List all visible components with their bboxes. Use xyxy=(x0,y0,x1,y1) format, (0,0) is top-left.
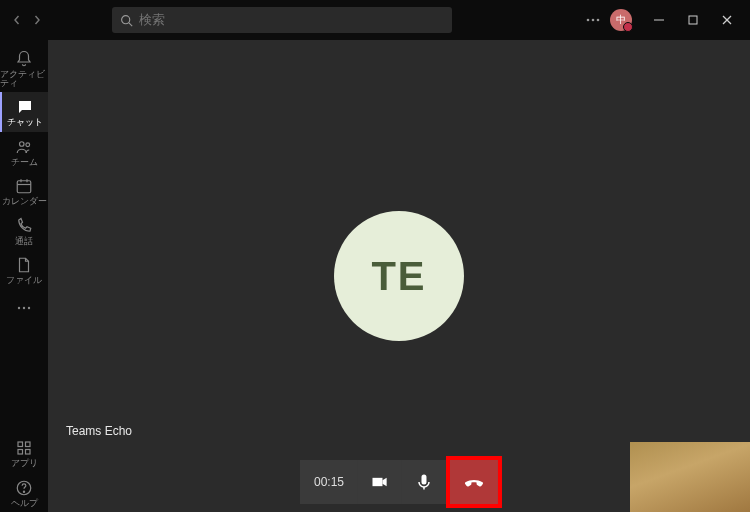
sidebar-item-calendar[interactable]: カレンダー xyxy=(0,171,48,211)
svg-point-3 xyxy=(592,19,595,22)
maximize-icon xyxy=(688,15,698,25)
svg-point-10 xyxy=(26,142,30,146)
sidebar-item-label: カレンダー xyxy=(2,197,47,206)
hangup-button[interactable] xyxy=(450,460,498,504)
avatar-initial: 中 xyxy=(616,13,626,27)
file-icon xyxy=(15,256,33,274)
participant-initials: TE xyxy=(371,254,426,299)
sidebar-item-activity[interactable]: アクティビティ xyxy=(0,44,48,92)
phone-icon xyxy=(15,217,33,235)
sidebar-item-apps[interactable]: アプリ xyxy=(0,433,48,473)
call-stage: TE Teams Echo 00:15 xyxy=(48,40,750,512)
hangup-highlight xyxy=(446,456,502,508)
mic-toggle-button[interactable] xyxy=(402,460,446,504)
minimize-icon xyxy=(654,15,664,25)
search-input[interactable] xyxy=(139,13,444,27)
call-control-bar: 00:15 xyxy=(300,460,498,504)
user-avatar[interactable]: 中 xyxy=(610,9,632,31)
more-options-button[interactable] xyxy=(580,18,606,22)
svg-rect-21 xyxy=(26,450,31,455)
sidebar-item-label: 通話 xyxy=(15,237,33,246)
sidebar-item-label: チーム xyxy=(11,158,38,167)
svg-point-17 xyxy=(28,306,30,308)
svg-rect-19 xyxy=(26,442,31,447)
sidebar-more-button[interactable] xyxy=(17,290,31,320)
sidebar-item-help[interactable]: ヘルプ xyxy=(0,473,48,513)
sidebar-item-chat[interactable]: チャット xyxy=(0,92,48,132)
svg-rect-6 xyxy=(689,16,697,24)
maximize-button[interactable] xyxy=(676,5,710,35)
nav-forward-button[interactable] xyxy=(28,11,46,29)
svg-rect-11 xyxy=(17,181,31,193)
camera-icon xyxy=(370,472,390,492)
ellipsis-icon xyxy=(586,18,600,22)
search-box[interactable] xyxy=(112,7,452,33)
call-duration: 00:15 xyxy=(300,460,358,504)
participant-avatar: TE xyxy=(334,211,464,341)
sidebar-item-label: ヘルプ xyxy=(11,499,38,508)
self-video-preview[interactable] xyxy=(630,442,750,512)
svg-point-4 xyxy=(597,19,600,22)
microphone-icon xyxy=(414,472,434,492)
participant-name: Teams Echo xyxy=(66,424,132,438)
titlebar: 中 xyxy=(0,0,750,40)
sidebar-item-calls[interactable]: 通話 xyxy=(0,211,48,251)
search-icon xyxy=(120,14,133,27)
svg-point-0 xyxy=(122,15,130,23)
apps-icon xyxy=(15,439,33,457)
chat-icon xyxy=(16,98,34,116)
svg-line-1 xyxy=(129,22,132,25)
svg-point-2 xyxy=(587,19,590,22)
close-icon xyxy=(722,15,732,25)
camera-toggle-button[interactable] xyxy=(358,460,402,504)
svg-point-9 xyxy=(20,141,25,146)
teams-icon xyxy=(15,138,33,156)
svg-point-15 xyxy=(18,306,20,308)
help-icon xyxy=(15,479,33,497)
sidebar-item-label: アクティビティ xyxy=(0,70,48,87)
ellipsis-icon xyxy=(17,306,31,310)
svg-point-16 xyxy=(23,306,25,308)
sidebar-item-label: ファイル xyxy=(6,276,42,285)
sidebar-item-label: チャット xyxy=(7,118,43,127)
svg-point-23 xyxy=(23,491,24,492)
minimize-button[interactable] xyxy=(642,5,676,35)
close-button[interactable] xyxy=(710,5,744,35)
hangup-icon xyxy=(462,470,486,494)
sidebar-item-teams[interactable]: チーム xyxy=(0,132,48,172)
bell-icon xyxy=(15,50,33,68)
app-sidebar: アクティビティ チャット チーム カレンダー 通話 ファイル アプリ xyxy=(0,40,48,512)
sidebar-item-label: アプリ xyxy=(11,459,38,468)
svg-rect-20 xyxy=(18,450,23,455)
calendar-icon xyxy=(15,177,33,195)
sidebar-item-files[interactable]: ファイル xyxy=(0,250,48,290)
svg-rect-24 xyxy=(422,475,427,485)
nav-back-button[interactable] xyxy=(8,11,26,29)
svg-rect-18 xyxy=(18,442,23,447)
